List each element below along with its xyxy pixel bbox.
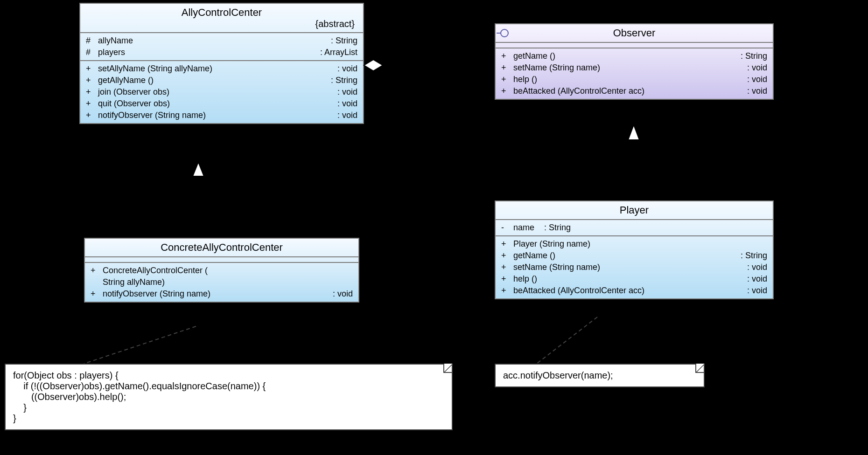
class-title: Observer — [496, 24, 773, 43]
note-right: acc.notifyObserver(name); — [495, 364, 705, 387]
note-link-left — [84, 326, 196, 364]
class-title: Player — [496, 201, 773, 220]
class-stereotype: {abstract} — [85, 19, 358, 29]
class-title: ConcreteAllyControlCenter — [85, 239, 358, 257]
class-allycontrolcenter: AllyControlCenter {abstract} #allyName: … — [79, 3, 364, 124]
method-row: +setAllyName (String allyName): void — [86, 63, 357, 75]
class-observer: Observer +getName (): String +setName (S… — [495, 23, 774, 100]
note-text: for(Object obs : players) { if (!((Obser… — [13, 370, 444, 424]
class-name: Player — [500, 204, 768, 216]
note-text: acc.notifyObserver(name); — [503, 370, 696, 381]
method-row: +help (): void — [501, 273, 767, 285]
method-row: +notifyObserver (String name): void — [86, 110, 357, 121]
svg-marker-5 — [628, 125, 639, 140]
class-attributes-empty — [85, 257, 358, 263]
interface-icon — [500, 29, 509, 37]
attribute-row: #players: ArrayList — [86, 47, 357, 58]
method-row: +join (Observer obs): void — [86, 86, 357, 98]
class-attributes-empty — [496, 43, 773, 48]
method-row: +getAllyName (): String — [86, 75, 357, 86]
class-title: AllyControlCenter {abstract} — [80, 4, 363, 33]
class-methods: +ConcreteAllyControlCenter ( String ally… — [85, 263, 358, 302]
svg-marker-1 — [364, 60, 383, 71]
method-row: +setName (String name): void — [501, 62, 767, 74]
class-attributes: #allyName: String #players: ArrayList — [80, 33, 363, 61]
class-methods: +setAllyName (String allyName): void +ge… — [80, 61, 363, 123]
method-row: +beAttacked (AllyControlCenter acc): voi… — [501, 85, 767, 97]
method-row: +quit (Observer obs): void — [86, 98, 357, 110]
svg-marker-3 — [193, 162, 204, 176]
note-link-right — [537, 317, 597, 364]
method-row: +getName (): String — [501, 50, 767, 62]
class-methods: +Player (String name) +getName (): Strin… — [496, 236, 773, 298]
note-left: for(Object obs : players) { if (!((Obser… — [5, 364, 453, 430]
method-row: +beAttacked (AllyControlCenter acc): voi… — [501, 285, 767, 296]
class-name: ConcreteAllyControlCenter — [90, 241, 354, 254]
class-methods: +getName (): String +setName (String nam… — [496, 48, 773, 99]
attribute-row: -name : String — [501, 222, 767, 234]
aggregation-line — [364, 60, 495, 71]
generalization-concrete — [193, 162, 204, 238]
method-row: +help (): void — [501, 74, 767, 85]
method-row: +Player (String name) — [501, 238, 767, 250]
class-name: Observer — [500, 27, 768, 39]
class-player: Player -name : String +Player (String na… — [495, 200, 774, 299]
class-concreteallycontrolcenter: ConcreteAllyControlCenter +ConcreteAllyC… — [84, 238, 359, 303]
attribute-row: #allyName: String — [86, 35, 357, 47]
method-row: +getName (): String — [501, 250, 767, 262]
method-row: String allyName) — [91, 276, 353, 288]
method-row: +ConcreteAllyControlCenter ( — [91, 265, 353, 276]
class-attributes: -name : String — [496, 220, 773, 236]
realization-player — [628, 125, 639, 200]
class-name: AllyControlCenter — [85, 7, 358, 19]
method-row: +setName (String name): void — [501, 262, 767, 273]
method-row: +notifyObserver (String name): void — [91, 288, 353, 300]
